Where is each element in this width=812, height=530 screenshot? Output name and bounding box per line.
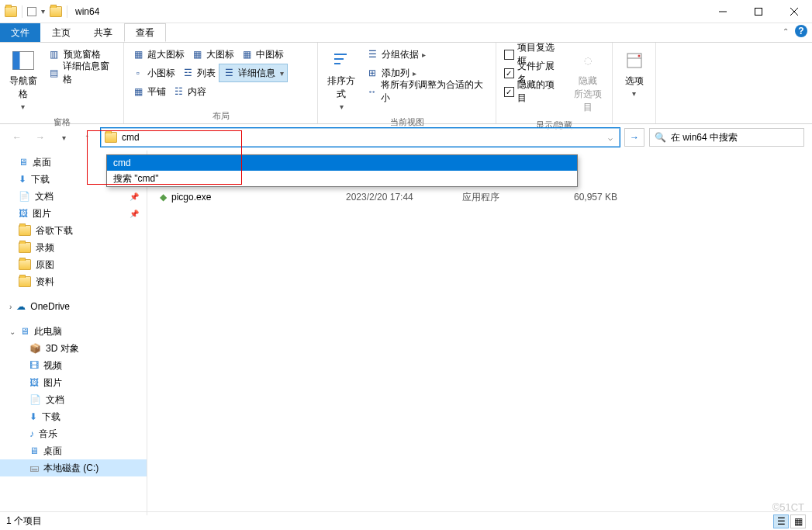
sidebar-item-thispc[interactable]: ⌄🖥此电脑	[0, 323, 147, 340]
file-name: picgo.exe	[171, 192, 211, 203]
layout-m[interactable]: ▦中图标	[237, 45, 287, 64]
file-date: 2023/2/20 17:44	[346, 192, 462, 203]
sidebar-item-pictures[interactable]: 🖼图片📌	[0, 205, 147, 222]
address-suggestions: cmd 搜索 "cmd"	[106, 154, 578, 187]
qat-checkbox[interactable]	[27, 7, 36, 16]
address-bar[interactable]: ⌵	[101, 128, 620, 147]
sort-icon	[331, 51, 351, 70]
layout-details[interactable]: ☰详细信息▾	[219, 64, 288, 82]
ribbon-tabs: 文件 主页 共享 查看 ⌃ ?	[0, 23, 812, 42]
options-icon	[622, 48, 647, 73]
navigation-pane: 🖥桌面📌 ⬇下载📌 📄文档📌 🖼图片📌 谷歌下载 录频 原图 资料 ›☁OneD…	[0, 151, 147, 515]
sort-button[interactable]: 排序方式▾	[323, 45, 360, 114]
watermark: ©51CT	[772, 501, 804, 513]
fitcols-button[interactable]: ↔将所有列调整为合适的大小	[363, 82, 491, 101]
sidebar-item-documents[interactable]: 📄文档	[0, 391, 147, 408]
layout-s[interactable]: ▫小图标	[129, 64, 178, 82]
hide-label: 隐藏 所选项目	[571, 74, 606, 114]
sidebar-item-pictures[interactable]: 🖼图片	[0, 374, 147, 391]
group-current-label: 当前视图	[323, 114, 491, 130]
sidebar-item-desktop[interactable]: 🖥桌面	[0, 442, 147, 459]
status-bar: 1 个项目 ☰ ▦	[0, 511, 812, 530]
sidebar-item-onedrive[interactable]: ›☁OneDrive	[0, 298, 147, 315]
layout-xl[interactable]: ▦超大图标	[129, 45, 188, 64]
up-button[interactable]: ↑	[78, 128, 96, 147]
ribbon: 导航窗格 ▾ ▥预览窗格 ▤详细信息窗格 窗格 ▦超大图标 ▦大图标 ▦中图标 …	[0, 42, 812, 124]
tab-share[interactable]: 共享	[82, 23, 124, 42]
sidebar-item-downloads[interactable]: ⬇下载	[0, 408, 147, 425]
collapse-ribbon-icon[interactable]: ⌃	[783, 27, 789, 36]
qat-dropdown[interactable]: ▾	[41, 7, 45, 16]
suggestion-item[interactable]: 搜索 "cmd"	[107, 171, 577, 186]
sidebar-item-folder[interactable]: 资料	[0, 273, 147, 290]
title-bar: ▾ win64	[0, 0, 812, 23]
details-view-button[interactable]: ☰	[773, 514, 789, 528]
sidebar-item-cdrive[interactable]: 🖴本地磁盘 (C:)	[0, 459, 147, 476]
hide-selected-button[interactable]: ◌ 隐藏 所选项目	[569, 45, 607, 117]
sort-label: 排序方式	[324, 74, 358, 101]
sidebar-item-folder[interactable]: 原图	[0, 256, 147, 273]
quick-access-toolbar: ▾	[0, 5, 72, 18]
svg-rect-1	[755, 8, 762, 15]
forward-button[interactable]: →	[31, 128, 50, 147]
nav-pane-icon	[12, 51, 34, 70]
hidden-items[interactable]: ✓隐藏的项目	[501, 82, 566, 101]
folder-icon	[50, 6, 62, 17]
file-type: 应用程序	[462, 191, 548, 204]
close-button[interactable]	[776, 0, 812, 23]
layout-list[interactable]: ☲列表	[178, 64, 219, 82]
groupby-button[interactable]: ☰分组依据▸	[363, 45, 491, 64]
sidebar-item-3d[interactable]: 📦3D 对象	[0, 340, 147, 357]
folder-icon	[105, 132, 117, 143]
options-button[interactable]: 选项▾	[617, 45, 651, 101]
file-size: 60,957 KB	[548, 192, 617, 203]
details-pane-button[interactable]: ▤详细信息窗格	[45, 64, 119, 82]
options-label: 选项	[625, 74, 644, 88]
minimize-button[interactable]	[705, 0, 741, 23]
sidebar-item-folder[interactable]: 谷歌下载	[0, 222, 147, 239]
nav-pane-button[interactable]: 导航窗格 ▾	[5, 45, 42, 114]
svg-point-11	[638, 55, 640, 57]
sidebar-item-folder[interactable]: 录频	[0, 239, 147, 256]
hide-icon: ◌	[575, 48, 600, 73]
recent-locations-button[interactable]: ▾	[54, 128, 73, 147]
icons-view-button[interactable]: ▦	[790, 514, 806, 528]
tab-file[interactable]: 文件	[0, 23, 40, 42]
sidebar-item-video[interactable]: 🎞视频	[0, 357, 147, 374]
layout-tiles[interactable]: ▦平铺	[129, 82, 169, 101]
layout-l[interactable]: ▦大图标	[188, 45, 237, 64]
search-icon: 🔍	[655, 132, 666, 143]
window-title: win64	[72, 6, 705, 17]
address-input[interactable]	[122, 130, 616, 145]
group-panes-label: 窗格	[5, 114, 119, 130]
tab-view[interactable]: 查看	[124, 23, 166, 42]
svg-rect-5	[12, 52, 19, 70]
go-button[interactable]: →	[624, 128, 644, 147]
address-dropdown-button[interactable]: ⌵	[603, 129, 617, 146]
file-row[interactable]: ◆picgo.exe 2023/2/20 17:44 应用程序 60,957 K…	[160, 189, 796, 205]
layout-content[interactable]: ☷内容	[169, 82, 209, 101]
search-placeholder: 在 win64 中搜索	[671, 131, 738, 144]
file-list[interactable]: ◆picgo.exe 2023/2/20 17:44 应用程序 60,957 K…	[147, 151, 812, 515]
sidebar-item-documents[interactable]: 📄文档📌	[0, 188, 147, 205]
back-button[interactable]: ←	[8, 128, 26, 147]
group-layout-label: 布局	[129, 108, 313, 123]
folder-icon	[5, 6, 17, 17]
help-icon[interactable]: ?	[795, 25, 807, 37]
item-count: 1 个项目	[6, 514, 42, 528]
address-row: ← → ▾ ↑ ⌵ → 🔍 在 win64 中搜索	[0, 124, 812, 151]
nav-pane-label: 导航窗格	[6, 74, 40, 101]
maximize-button[interactable]	[741, 0, 776, 23]
tab-home[interactable]: 主页	[40, 23, 82, 42]
suggestion-item[interactable]: cmd	[107, 155, 577, 171]
exe-icon: ◆	[160, 192, 167, 203]
sidebar-item-music[interactable]: ♪音乐	[0, 425, 147, 442]
search-box[interactable]: 🔍 在 win64 中搜索	[649, 128, 804, 147]
